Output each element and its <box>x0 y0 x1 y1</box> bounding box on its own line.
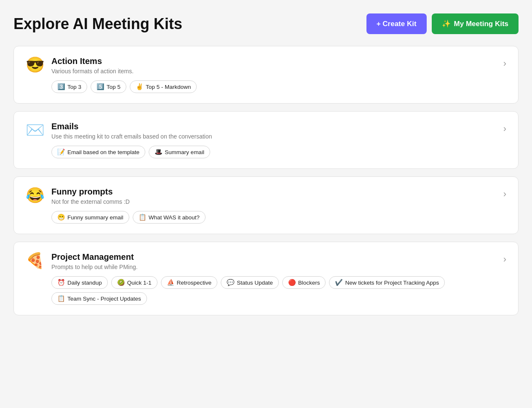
page-title: Explore AI Meeting Kits <box>13 15 182 33</box>
sparkles-icon: ✨ <box>442 19 451 28</box>
header-buttons: + Create Kit ✨ My Meeting Kits <box>366 13 519 34</box>
tag[interactable]: 📝 Email based on the template <box>51 146 145 158</box>
kit-card-project-management[interactable]: 🍕 Project Management Prompts to help out… <box>13 242 519 315</box>
kit-info: Project Management Prompts to help out w… <box>51 252 497 305</box>
tag[interactable]: 5️⃣ Top 5 <box>91 80 126 93</box>
tag-label: What WAS it about? <box>149 214 200 221</box>
kit-icon: 🍕 <box>26 253 45 268</box>
tag[interactable]: ✌️ Top 5 - Markdown <box>130 80 197 93</box>
kit-card-content: 😂 Funny prompts Not for the external com… <box>26 187 497 224</box>
tag-label: Funny summary email <box>67 214 123 221</box>
chevron-right-icon: › <box>503 58 506 69</box>
tag-icon: 3️⃣ <box>57 83 65 91</box>
tag-label: Top 5 <box>107 84 120 90</box>
tag[interactable]: 😁 Funny summary email <box>51 211 129 224</box>
my-meeting-kits-button[interactable]: ✨ My Meeting Kits <box>432 13 519 34</box>
chevron-right-icon: › <box>503 123 506 134</box>
kit-icon: 😎 <box>26 57 45 72</box>
kit-tags: ⏰ Daily standup 🥝 Quick 1-1 ⛵ Retrospect… <box>51 276 497 305</box>
tag-label: Quick 1-1 <box>127 280 152 286</box>
create-kit-button[interactable]: + Create Kit <box>366 13 427 34</box>
tag[interactable]: 🎩 Summary email <box>149 146 210 158</box>
tag-label: Blockers <box>298 280 320 286</box>
tag-label: Summary email <box>165 149 204 155</box>
tag[interactable]: 3️⃣ Top 3 <box>51 80 87 93</box>
my-kits-label: My Meeting Kits <box>454 20 508 28</box>
kit-card-content: ✉️ Emails Use this meeting kit to craft … <box>26 122 497 158</box>
page-header: Explore AI Meeting Kits + Create Kit ✨ M… <box>13 13 519 34</box>
tag-icon: ⏰ <box>57 279 65 286</box>
kit-card-funny-prompts[interactable]: 😂 Funny prompts Not for the external com… <box>13 176 519 234</box>
tag-icon: 📝 <box>57 148 65 156</box>
kit-tags: 3️⃣ Top 3 5️⃣ Top 5 ✌️ Top 5 - Markdown <box>51 80 497 93</box>
tag-icon: 5️⃣ <box>96 83 104 91</box>
tag-label: Status Update <box>237 280 273 286</box>
kit-description: Prompts to help out while PMing. <box>51 264 497 270</box>
kit-tags: 📝 Email based on the template 🎩 Summary … <box>51 146 497 158</box>
tag-icon: ✌️ <box>136 83 144 91</box>
tag-label: Team Sync - Project Updates <box>67 296 141 302</box>
tag-icon: ✔️ <box>335 279 343 286</box>
tag[interactable]: 🥝 Quick 1-1 <box>111 276 158 289</box>
tag-icon: ⛵ <box>167 279 175 286</box>
kit-name: Project Management <box>51 252 497 262</box>
tag[interactable]: ✔️ New tickets for Project Tracking Apps <box>329 276 445 289</box>
tag-icon: 🔴 <box>288 279 296 286</box>
chevron-right-icon: › <box>503 189 506 200</box>
kit-icon: 😂 <box>26 188 45 203</box>
tag-label: Retrospective <box>177 280 212 286</box>
tag[interactable]: 💬 Status Update <box>221 276 279 289</box>
tag-icon: 📋 <box>139 213 147 221</box>
kit-name: Funny prompts <box>51 187 497 197</box>
kit-name: Emails <box>51 122 497 131</box>
kit-info: Funny prompts Not for the external comms… <box>51 187 497 224</box>
kits-list: 😎 Action Items Various formats of action… <box>13 46 519 315</box>
kit-icon: ✉️ <box>26 123 45 138</box>
kit-description: Use this meeting kit to craft emails bas… <box>51 133 497 140</box>
kit-description: Various formats of action items. <box>51 68 497 75</box>
tag-label: Top 3 <box>67 84 81 90</box>
chevron-right-icon: › <box>503 254 506 265</box>
kit-info: Action Items Various formats of action i… <box>51 56 497 93</box>
kit-info: Emails Use this meeting kit to craft ema… <box>51 122 497 158</box>
kit-card-content: 😎 Action Items Various formats of action… <box>26 56 497 93</box>
tag[interactable]: ⏰ Daily standup <box>51 276 108 289</box>
tag-icon: 😁 <box>57 213 65 221</box>
tag-label: Top 5 - Markdown <box>146 84 191 90</box>
tag-label: Daily standup <box>67 280 102 286</box>
tag-icon: 💬 <box>227 279 235 286</box>
kit-card-action-items[interactable]: 😎 Action Items Various formats of action… <box>13 46 519 104</box>
tag[interactable]: 📋 Team Sync - Project Updates <box>51 292 147 305</box>
tag-icon: 🥝 <box>117 279 125 286</box>
tag-icon: 📋 <box>57 295 65 302</box>
kit-card-content: 🍕 Project Management Prompts to help out… <box>26 252 497 305</box>
tag[interactable]: ⛵ Retrospective <box>161 276 218 289</box>
tag-icon: 🎩 <box>155 148 163 156</box>
kit-tags: 😁 Funny summary email 📋 What WAS it abou… <box>51 211 497 224</box>
tag[interactable]: 📋 What WAS it about? <box>133 211 206 224</box>
kit-description: Not for the external comms :D <box>51 198 497 205</box>
kit-name: Action Items <box>51 56 497 66</box>
tag[interactable]: 🔴 Blockers <box>282 276 326 289</box>
kit-card-emails[interactable]: ✉️ Emails Use this meeting kit to craft … <box>13 111 519 169</box>
tag-label: New tickets for Project Tracking Apps <box>345 280 439 286</box>
tag-label: Email based on the template <box>67 149 139 155</box>
